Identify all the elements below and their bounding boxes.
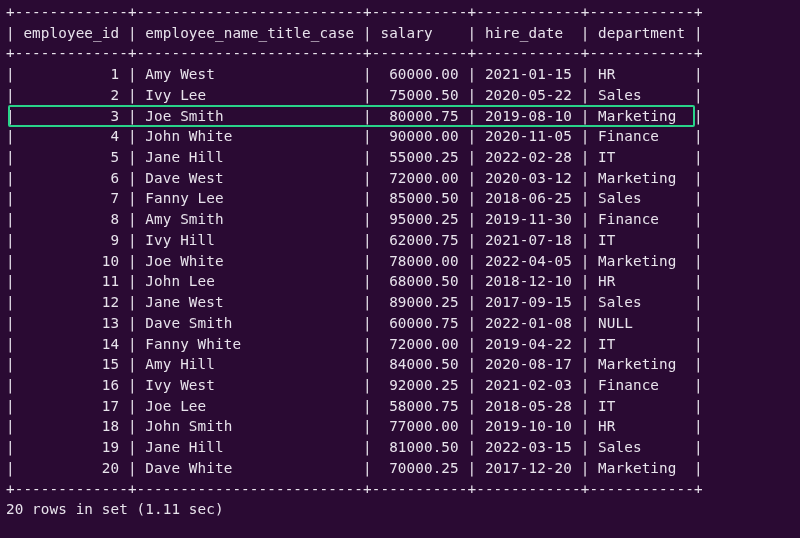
- terminal-output: +-------------+-------------------------…: [0, 0, 800, 522]
